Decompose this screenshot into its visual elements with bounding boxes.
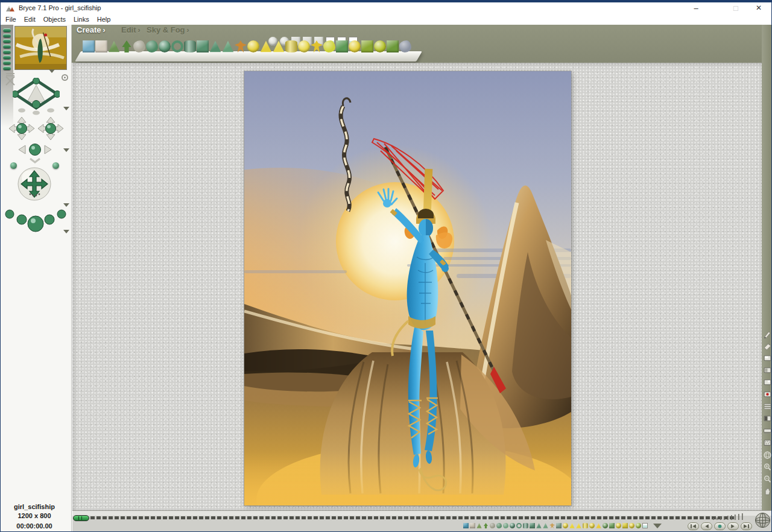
yellow-cone-right-icon[interactable] bbox=[273, 40, 285, 52]
timeline-scrubber[interactable] bbox=[73, 515, 89, 521]
views-options-dropdown-icon[interactable] bbox=[63, 230, 69, 233]
pencil-icon[interactable] bbox=[762, 328, 772, 340]
yellow-ball-icon[interactable] bbox=[349, 40, 361, 52]
tree-icon[interactable] bbox=[121, 40, 133, 52]
tab-edit[interactable]: Edit› bbox=[121, 25, 141, 34]
globe-icon[interactable] bbox=[755, 512, 771, 528]
water-plane-icon[interactable] bbox=[83, 40, 95, 52]
render-wide-icon[interactable] bbox=[762, 425, 772, 437]
yellow-cone-left-icon[interactable] bbox=[260, 40, 272, 52]
sel-cube-icon[interactable] bbox=[530, 523, 535, 528]
sel-dot-sphere-icon[interactable] bbox=[629, 523, 634, 528]
poser-figure-icon[interactable] bbox=[235, 40, 247, 52]
sel-rock-icon[interactable] bbox=[490, 523, 495, 528]
pan-knob[interactable] bbox=[17, 142, 52, 163]
camera-trackball[interactable] bbox=[17, 167, 52, 202]
zoom-out-icon[interactable] bbox=[762, 473, 772, 485]
sel-green-cube-icon[interactable] bbox=[609, 523, 615, 528]
preview-options-dropdown-icon[interactable] bbox=[49, 69, 55, 73]
sel-blob-icon[interactable] bbox=[503, 523, 508, 528]
memory-dot-button[interactable] bbox=[3, 39, 11, 43]
sel-yellow-disc-icon[interactable] bbox=[589, 523, 595, 528]
sel-pyramid-icon[interactable] bbox=[536, 523, 542, 528]
yellow-blob-icon[interactable] bbox=[323, 40, 335, 52]
sel-sphere-icon[interactable] bbox=[510, 523, 515, 528]
memory-dot-button[interactable] bbox=[3, 45, 11, 48]
yellow-disc-icon[interactable] bbox=[298, 40, 310, 52]
sel-yellow-ball-icon[interactable] bbox=[616, 523, 621, 528]
memory-dot-button[interactable] bbox=[3, 34, 11, 37]
ground-plane-icon[interactable] bbox=[95, 40, 107, 52]
nano-preview-thumbnail[interactable] bbox=[14, 26, 67, 70]
lattice-cube-icon[interactable] bbox=[361, 40, 373, 52]
memory-dot-button[interactable] bbox=[3, 55, 11, 59]
menu-file[interactable]: File bbox=[5, 16, 16, 23]
render-canvas[interactable] bbox=[244, 71, 571, 505]
render-texture-icon[interactable] bbox=[762, 437, 772, 449]
sel-cylinder-icon[interactable] bbox=[523, 523, 528, 528]
sel-tree-icon[interactable] bbox=[483, 523, 489, 528]
nav-current-button[interactable] bbox=[714, 522, 726, 530]
sel-memory-panel-icon[interactable] bbox=[642, 523, 648, 528]
nav-next-button[interactable] bbox=[727, 522, 739, 530]
wireframe-ball-icon[interactable] bbox=[762, 449, 772, 461]
sel-ground-icon[interactable] bbox=[470, 523, 475, 528]
rotate-knob-left[interactable] bbox=[8, 116, 36, 141]
sel-cone-icon[interactable] bbox=[543, 523, 548, 528]
pan-options-dropdown-icon[interactable] bbox=[63, 148, 69, 152]
eraser-icon[interactable] bbox=[762, 340, 772, 352]
render-mode-1-icon[interactable] bbox=[762, 352, 772, 364]
minimize-button[interactable]: – bbox=[687, 2, 705, 14]
camera-options-dropdown-icon[interactable] bbox=[63, 107, 69, 110]
menu-edit[interactable]: Edit bbox=[24, 16, 36, 23]
yellow-sphere-icon[interactable] bbox=[247, 40, 259, 52]
menu-links[interactable]: Links bbox=[74, 16, 89, 23]
grid-cube-icon[interactable] bbox=[387, 40, 399, 52]
render-lines-icon[interactable] bbox=[762, 401, 772, 413]
sel-yellow-diamond-icon[interactable] bbox=[596, 523, 601, 528]
render-now-icon[interactable] bbox=[762, 388, 772, 401]
render-mode-3-icon[interactable] bbox=[762, 376, 772, 388]
orbit-dot-left[interactable] bbox=[10, 162, 17, 169]
sel-torus-icon[interactable] bbox=[516, 523, 522, 528]
green-cube-icon[interactable] bbox=[336, 40, 348, 52]
camera-frame-control[interactable] bbox=[13, 78, 60, 115]
yellow-star-icon[interactable] bbox=[311, 40, 323, 52]
sel-yellow-cube-icon[interactable] bbox=[622, 523, 628, 528]
metaball-icon[interactable] bbox=[146, 40, 158, 52]
sel-yellow-sphere-icon[interactable] bbox=[563, 523, 568, 528]
orbit-dot-right[interactable] bbox=[52, 162, 59, 169]
nav-previous-button[interactable] bbox=[701, 522, 712, 530]
tab-sky-fog[interactable]: Sky & Fog› bbox=[147, 25, 189, 34]
selection-dropdown-icon[interactable] bbox=[653, 524, 662, 528]
memory-dot-button[interactable] bbox=[3, 66, 11, 70]
render-mode-2-icon[interactable] bbox=[762, 364, 772, 376]
sel-green-sphere-icon[interactable] bbox=[603, 523, 608, 528]
cone-icon[interactable] bbox=[222, 40, 234, 52]
memory-dot-button[interactable] bbox=[3, 61, 11, 65]
stone-sculpture-icon[interactable] bbox=[399, 40, 411, 52]
maximize-button[interactable]: □ bbox=[727, 2, 745, 14]
sel-plane-icon[interactable] bbox=[556, 523, 562, 528]
sel-water-icon[interactable] bbox=[463, 523, 469, 528]
zoom-in-icon[interactable] bbox=[762, 461, 772, 473]
title-bar[interactable]: Bryce 7.1 Pro - girl_scifiship – □ ✕ bbox=[1, 2, 771, 14]
sel-yellow-cone-right-icon[interactable] bbox=[576, 523, 581, 528]
cube-icon[interactable] bbox=[197, 40, 209, 52]
sphere-icon[interactable] bbox=[159, 40, 171, 52]
rock-icon[interactable] bbox=[133, 40, 145, 52]
sel-pattern-sphere-icon[interactable] bbox=[636, 523, 641, 528]
view-preset-balls[interactable] bbox=[4, 207, 67, 235]
menu-objects[interactable]: Objects bbox=[43, 16, 66, 23]
memory-dot-button[interactable] bbox=[3, 50, 11, 54]
sel-metaball-icon[interactable] bbox=[496, 523, 502, 528]
memory-dot-button[interactable] bbox=[3, 28, 11, 32]
close-button[interactable]: ✕ bbox=[750, 2, 768, 14]
sel-yellow-cone-left-icon[interactable] bbox=[569, 523, 575, 528]
render-dark-icon[interactable] bbox=[762, 413, 772, 425]
nav-first-button[interactable] bbox=[688, 522, 699, 530]
tab-create[interactable]: Create› bbox=[77, 25, 105, 34]
sel-figure-icon[interactable] bbox=[549, 523, 555, 528]
pyramid-icon[interactable] bbox=[209, 40, 221, 52]
rotate-knob-right[interactable] bbox=[37, 116, 65, 141]
